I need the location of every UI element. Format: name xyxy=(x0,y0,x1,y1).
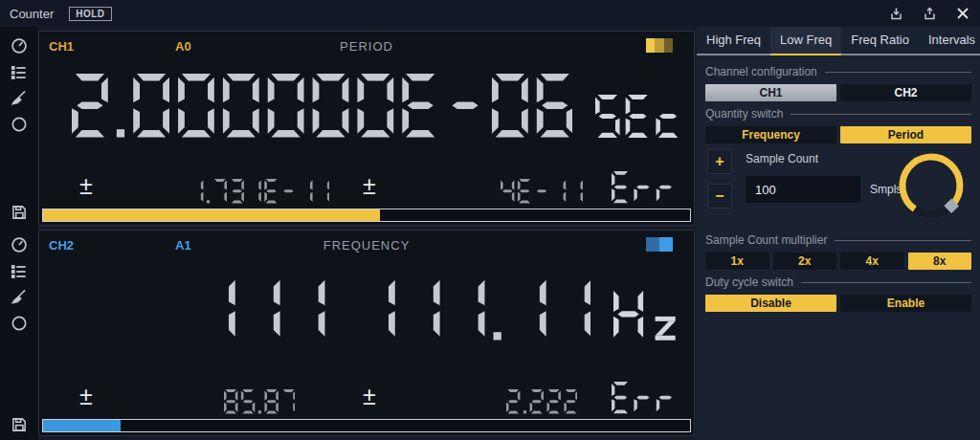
tool-sidebar xyxy=(0,27,38,440)
measurement-value xyxy=(199,276,591,345)
download-icon[interactable] xyxy=(888,6,904,22)
error-value-2 xyxy=(451,389,633,418)
tab-low-freq[interactable]: Low Freq xyxy=(770,27,841,55)
measurement-unit xyxy=(613,288,680,345)
display-area: CH1 A0 PERIOD ± ± CH2 A1 FREQUENCY xyxy=(38,27,697,440)
measurement-display xyxy=(72,74,680,143)
error-value-2 xyxy=(451,179,633,208)
multiplier-2x-button[interactable]: 2x xyxy=(773,253,837,270)
tab-intervals[interactable]: Intervals xyxy=(919,27,980,55)
settings-panel: High Freq Low Freq Freq Ratio Intervals … xyxy=(697,27,980,440)
close-icon[interactable] xyxy=(955,6,970,21)
hold-button[interactable]: HOLD xyxy=(69,7,111,21)
plus-minus-sign: ± xyxy=(363,171,376,200)
channel-mode-label: PERIOD xyxy=(39,39,694,54)
error-value-1 xyxy=(154,389,365,418)
circle-icon[interactable] xyxy=(10,314,29,333)
progress-fill xyxy=(43,209,380,221)
plus-minus-sign: ± xyxy=(79,382,93,410)
sample-count-decrement-button[interactable]: − xyxy=(707,184,732,209)
channel-2-panel: CH2 A1 FREQUENCY ± ± xyxy=(38,230,695,436)
circle-icon[interactable] xyxy=(10,115,29,134)
progress-bar xyxy=(42,209,691,222)
multiplier-1x-button[interactable]: 1x xyxy=(705,253,769,270)
channel-1-panel: CH1 A0 PERIOD ± ± xyxy=(38,31,695,226)
duty-enable-button[interactable]: Enable xyxy=(840,295,971,312)
sample-count-label: Sample Count xyxy=(746,152,818,165)
section-channel-configuration: Channel configuration xyxy=(705,64,971,79)
clean-broom-icon[interactable] xyxy=(10,287,29,306)
mode-tabs: High Freq Low Freq Freq Ratio Intervals xyxy=(697,27,980,55)
save-icon[interactable] xyxy=(10,415,29,434)
save-icon[interactable] xyxy=(10,203,29,222)
multiplier-8x-button[interactable]: 8x xyxy=(908,253,972,270)
section-duty-cycle-switch: Duty cycle switch xyxy=(705,275,971,290)
section-quantity-switch: Quantity switch xyxy=(705,106,971,121)
multiplier-4x-button[interactable]: 4x xyxy=(840,253,904,270)
channel-mode-label: FREQUENCY xyxy=(39,238,694,253)
progress-bar xyxy=(42,419,691,432)
plus-minus-sign: ± xyxy=(79,171,93,200)
quantity-frequency-button[interactable]: Frequency xyxy=(705,126,836,143)
sample-count-input[interactable] xyxy=(746,176,860,203)
tab-high-freq[interactable]: High Freq xyxy=(697,27,770,55)
plus-minus-sign: ± xyxy=(363,382,376,410)
measurement-display xyxy=(199,276,680,345)
err-label xyxy=(612,171,675,208)
error-stats-row: ± ± xyxy=(39,382,694,420)
clean-broom-icon[interactable] xyxy=(10,88,29,107)
tab-freq-ratio[interactable]: Freq Ratio xyxy=(841,27,919,55)
section-sample-count-multiplier: Sample Count multiplier xyxy=(705,232,971,248)
measurement-value xyxy=(72,74,573,143)
history-icon[interactable] xyxy=(10,36,29,55)
sample-count-knob[interactable] xyxy=(895,149,968,222)
measurement-unit xyxy=(595,95,680,143)
channel-ch2-button[interactable]: CH2 xyxy=(840,84,971,101)
counter-window: Counter HOLD CH1 A0 PE xyxy=(0,0,980,440)
sample-count-block: + − Sample Count Smpls xyxy=(705,147,971,228)
error-stats-row: ± ± xyxy=(39,171,694,209)
list-icon[interactable] xyxy=(10,262,29,281)
upload-icon[interactable] xyxy=(922,6,938,22)
quantity-period-button[interactable]: Period xyxy=(840,126,971,143)
channel-color-indicator[interactable] xyxy=(646,237,673,252)
error-value-1 xyxy=(154,179,365,208)
title-bar: Counter HOLD xyxy=(0,0,980,27)
duty-disable-button[interactable]: Disable xyxy=(705,295,836,312)
channel-ch1-button[interactable]: CH1 xyxy=(705,84,836,101)
sample-count-increment-button[interactable]: + xyxy=(707,149,732,174)
progress-fill xyxy=(43,420,121,431)
channel-color-indicator[interactable] xyxy=(646,38,673,53)
list-icon[interactable] xyxy=(10,63,29,82)
window-title: Counter xyxy=(10,7,54,21)
history-icon[interactable] xyxy=(10,235,29,254)
err-label xyxy=(612,382,675,418)
